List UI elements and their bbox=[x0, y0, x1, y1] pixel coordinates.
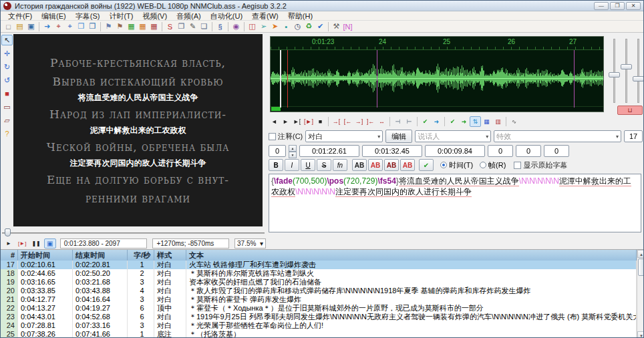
lead-in-button[interactable]: ⊣ bbox=[392, 116, 404, 127]
vertical-zoom-slider-track[interactable] bbox=[625, 39, 627, 103]
rotate-xy-tool-icon[interactable]: ↺ bbox=[1, 75, 13, 86]
menu-item-7[interactable]: 自动化(U) bbox=[206, 11, 247, 21]
volume-slider[interactable] bbox=[633, 76, 644, 81]
properties-flag-icon[interactable]: ⚑ bbox=[103, 21, 114, 32]
strikeout-button[interactable]: S bbox=[317, 159, 331, 171]
move-tool-icon[interactable]: ✛ bbox=[1, 48, 13, 59]
help-icon[interactable]: ? bbox=[1, 128, 13, 139]
save-file-icon[interactable]: ▣ bbox=[25, 21, 37, 32]
resample-resolution-icon[interactable]: ✎ bbox=[187, 21, 198, 32]
menu-item-9[interactable]: 帮助(H) bbox=[283, 11, 317, 21]
minimize-button[interactable]: — bbox=[594, 2, 609, 10]
table-row[interactable]: 210:04:12.770:04:16.643对白＊莫斯科的霍登卡 弹药库发生爆… bbox=[1, 295, 637, 304]
search-icon[interactable]: ⌖ bbox=[53, 21, 64, 32]
spectrum-mode-toggle[interactable]: ▦ bbox=[481, 116, 492, 127]
shift-start-back-button[interactable]: →[ bbox=[331, 116, 342, 127]
shift-end-back-button[interactable]: →] bbox=[353, 116, 365, 127]
scale-tool-icon[interactable]: ■ bbox=[1, 88, 13, 99]
vector-clip-tool-icon[interactable]: ▱ bbox=[1, 115, 13, 126]
menu-item-1[interactable]: 文件(F) bbox=[3, 11, 37, 21]
comment-checkbox[interactable]: 注释(C) bbox=[269, 132, 303, 142]
shift-start-fwd-button[interactable]: [← bbox=[342, 116, 353, 127]
menu-item-6[interactable]: 音频(A) bbox=[172, 11, 206, 21]
inactive-line-marker[interactable] bbox=[377, 50, 377, 108]
video-pause-button[interactable]: ❚❚ bbox=[29, 238, 42, 248]
show-original-checkbox[interactable]: 显示原始字幕 bbox=[514, 160, 567, 170]
replace-icon[interactable]: ⌖ bbox=[64, 21, 75, 32]
secondary-color-button[interactable]: AB bbox=[368, 159, 383, 171]
menu-item-5[interactable]: 视频(V) bbox=[138, 11, 172, 21]
shadow-color-button[interactable]: AB bbox=[400, 159, 415, 171]
commit-check-button[interactable]: ✔ bbox=[419, 159, 434, 171]
actor-dropdown[interactable]: 说话人 ▾ bbox=[415, 130, 491, 142]
volume-slider-track[interactable] bbox=[637, 39, 639, 103]
tools-icon[interactable]: ⚒ bbox=[331, 21, 342, 32]
table-row[interactable]: 200:03:33.850:03:43.884对白＊敌人炸毁了我们的弹药库和移动… bbox=[1, 287, 637, 295]
redo-icon[interactable]: ➤ bbox=[269, 21, 281, 32]
table-row[interactable]: 250:07:38.260:07:41.661底注＊（托洛茨基） bbox=[1, 330, 637, 338]
audio-waveform-box[interactable]: 0:01:2324252627 bbox=[270, 36, 604, 112]
play-begin-button[interactable]: ►[ bbox=[291, 116, 303, 127]
font-button[interactable]: fn bbox=[333, 159, 347, 171]
shift-end-fwd-button[interactable]: ]← bbox=[365, 116, 376, 127]
translation-assistant-icon[interactable]: ❐ bbox=[176, 21, 187, 32]
comment-checkbox-box[interactable] bbox=[269, 133, 276, 140]
video-play-selection-button[interactable]: [►] bbox=[16, 238, 28, 248]
selection-start-marker[interactable] bbox=[287, 50, 288, 108]
grid-scrollbar-thumb[interactable] bbox=[638, 259, 644, 276]
video-play-button[interactable]: ► bbox=[3, 238, 15, 248]
select-lines-icon[interactable]: ❒ bbox=[75, 21, 87, 32]
scroll-up-icon[interactable]: ▲ bbox=[637, 250, 644, 258]
duration-field[interactable]: 0:00:09.84 bbox=[425, 145, 485, 157]
inactive-line-marker-2[interactable] bbox=[574, 50, 575, 108]
stop-icon[interactable]: ▪ bbox=[281, 21, 292, 32]
lead-out-button[interactable]: ⊢ bbox=[404, 116, 415, 127]
commit-button[interactable]: ✔ bbox=[420, 116, 431, 127]
margin-vertical-field[interactable]: 0 bbox=[544, 145, 569, 157]
snap-to-scene-button[interactable]: ↔ bbox=[376, 116, 387, 127]
undo-icon[interactable]: ➢ bbox=[258, 21, 269, 32]
start-time-field[interactable]: 0:01:22.61 bbox=[299, 145, 359, 157]
video-details-icon[interactable]: ◫ bbox=[247, 21, 258, 32]
options-icon[interactable]: ◉ bbox=[230, 21, 242, 32]
style-dropdown[interactable]: 对白 ▾ bbox=[305, 130, 383, 142]
video-seek-track[interactable] bbox=[2, 232, 265, 234]
maximize-button[interactable]: ❐ bbox=[610, 2, 625, 10]
kanji-timer-icon[interactable]: ♻ bbox=[303, 21, 315, 32]
spellcheck-flag-icon[interactable]: ⚑ bbox=[114, 21, 126, 32]
karaoke-toggle[interactable]: ∿ bbox=[508, 116, 520, 127]
stop-button[interactable]: ■ bbox=[315, 116, 326, 127]
select-tool-icon[interactable]: ↖ bbox=[1, 35, 13, 45]
vertical-link-toggle[interactable]: ▥ bbox=[492, 116, 504, 127]
table-row[interactable]: 230:04:43.010:04:52.686对白＊1919年9月25日 列昂季… bbox=[1, 313, 637, 321]
margin-right-field[interactable]: 0 bbox=[516, 145, 541, 157]
effect-dropdown[interactable]: 特效 ▾ bbox=[494, 130, 621, 142]
subtitle-text-editor[interactable]: {\fade(700,500)\pos(720,729)\fs54}将流血受难的… bbox=[269, 174, 641, 232]
video-display[interactable]: Рабоче-крестьянская власть,Вырвав истека… bbox=[13, 34, 263, 226]
end-time-field[interactable]: 0:01:32.45 bbox=[362, 145, 422, 157]
jump-to-icon[interactable]: ➜ bbox=[41, 21, 53, 32]
play-before-button[interactable]: ◄ bbox=[269, 116, 280, 127]
styles-manager-icon[interactable]: ▦ bbox=[126, 21, 137, 32]
video-autoscroll-toggle[interactable]: ▣ bbox=[44, 238, 56, 248]
edit-style-button[interactable]: 编辑 bbox=[385, 130, 412, 143]
bold-button[interactable]: B bbox=[269, 159, 283, 171]
scroll-down-icon[interactable]: ▼ bbox=[637, 331, 644, 338]
table-row[interactable]: 240:07:28.810:07:33.163对白＊光荣属于那些牺牲在革命岗位上… bbox=[1, 321, 637, 330]
auto-next-toggle[interactable]: ➜ bbox=[458, 116, 470, 127]
table-row[interactable]: 220:04:13.270:04:19.276顶中＊霍登卡（＊Ходынка＊）… bbox=[1, 304, 637, 313]
rotate-z-tool-icon[interactable]: ↻ bbox=[1, 61, 13, 72]
automation-icon[interactable]: § bbox=[214, 21, 226, 32]
video-seek-thumb[interactable] bbox=[5, 228, 11, 236]
menu-item-8[interactable]: 查看(W) bbox=[247, 11, 283, 21]
menu-item-3[interactable]: 字幕(S) bbox=[71, 11, 105, 21]
play-after-button[interactable]: ► bbox=[280, 116, 291, 127]
grid-scrollbar[interactable]: ▲ ▼ bbox=[637, 250, 644, 338]
new-file-icon[interactable]: □ bbox=[3, 21, 14, 32]
frame-radio[interactable]: 帧(R) bbox=[480, 160, 506, 170]
layer-spinner[interactable]: ▲▼ bbox=[289, 145, 297, 157]
clip-tool-icon[interactable]: ▭ bbox=[1, 102, 13, 112]
shift-clock-icon[interactable]: ◷ bbox=[292, 21, 303, 32]
open-file-icon[interactable]: ▤ bbox=[14, 21, 25, 32]
video-offset-field[interactable]: +1270ms; -8570ms bbox=[152, 238, 229, 248]
